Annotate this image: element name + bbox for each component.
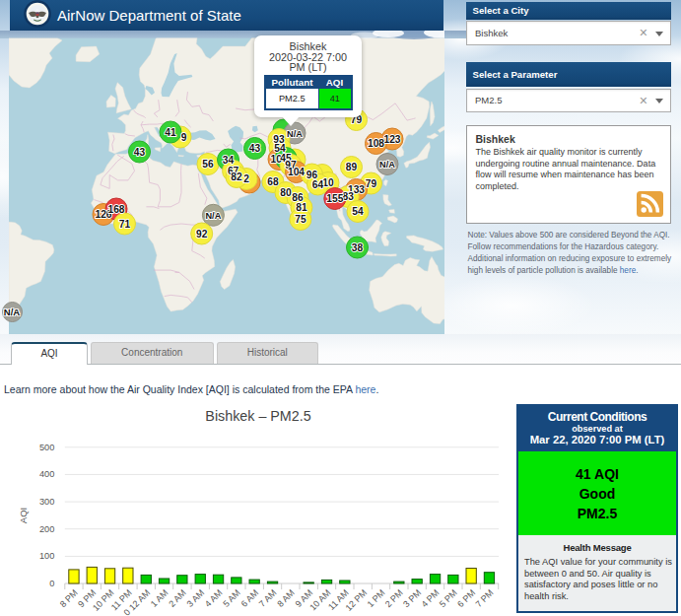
svg-text:7 AM: 7 AM <box>257 587 279 609</box>
svg-text:54: 54 <box>274 143 286 154</box>
svg-text:80: 80 <box>280 187 292 198</box>
svg-text:56: 56 <box>202 159 214 170</box>
svg-text:1 AM: 1 AM <box>149 587 170 609</box>
svg-text:2 AM: 2 AM <box>167 587 188 609</box>
svg-text:4 AM: 4 AM <box>203 587 225 609</box>
svg-text:500: 500 <box>39 443 54 452</box>
svg-text:6 PM: 6 PM <box>455 587 477 609</box>
svg-text:300: 300 <box>39 497 54 507</box>
svg-text:8 PM: 8 PM <box>58 587 80 609</box>
svg-text:400: 400 <box>39 469 54 479</box>
svg-text:89: 89 <box>346 162 358 172</box>
svg-text:155: 155 <box>326 193 343 204</box>
svg-text:43: 43 <box>249 143 261 154</box>
svg-text:168: 168 <box>108 204 125 215</box>
svg-text:100: 100 <box>39 551 54 561</box>
svg-text:10: 10 <box>322 177 334 188</box>
svg-text:7 PM: 7 PM <box>473 587 495 609</box>
svg-text:82: 82 <box>231 171 242 182</box>
svg-text:AQI: AQI <box>18 508 29 523</box>
svg-text:43: 43 <box>134 147 146 158</box>
svg-text:1 PM: 1 PM <box>365 587 386 609</box>
svg-text:92: 92 <box>196 229 208 240</box>
svg-text:75: 75 <box>295 214 306 225</box>
svg-text:108: 108 <box>368 138 384 149</box>
svg-text:N/A: N/A <box>379 160 395 170</box>
svg-text:5 AM: 5 AM <box>221 587 242 609</box>
svg-text:N/A: N/A <box>287 129 303 139</box>
svg-text:0: 0 <box>49 579 54 588</box>
svg-text:104: 104 <box>288 167 305 177</box>
svg-text:8 AM: 8 AM <box>275 587 297 609</box>
svg-text:71: 71 <box>119 219 131 230</box>
svg-text:3 PM: 3 PM <box>401 587 423 609</box>
svg-text:5 PM: 5 PM <box>438 587 459 609</box>
svg-text:64: 64 <box>312 179 324 190</box>
svg-text:41: 41 <box>165 127 176 138</box>
svg-text:200: 200 <box>39 524 54 534</box>
svg-text:83: 83 <box>343 191 355 202</box>
svg-text:38: 38 <box>352 242 364 253</box>
svg-text:3 AM: 3 AM <box>185 587 207 609</box>
svg-text:123: 123 <box>384 134 401 145</box>
svg-text:N/A: N/A <box>205 211 221 221</box>
svg-text:6 AM: 6 AM <box>239 587 261 609</box>
svg-text:9: 9 <box>181 132 187 143</box>
svg-text:4 PM: 4 PM <box>419 587 441 609</box>
svg-text:34: 34 <box>223 155 235 166</box>
svg-text:54: 54 <box>352 206 364 217</box>
svg-text:2: 2 <box>243 173 249 184</box>
svg-text:81: 81 <box>296 202 307 213</box>
svg-text:2 PM: 2 PM <box>383 587 405 609</box>
svg-text:68: 68 <box>267 176 279 187</box>
svg-text:79: 79 <box>366 178 377 189</box>
